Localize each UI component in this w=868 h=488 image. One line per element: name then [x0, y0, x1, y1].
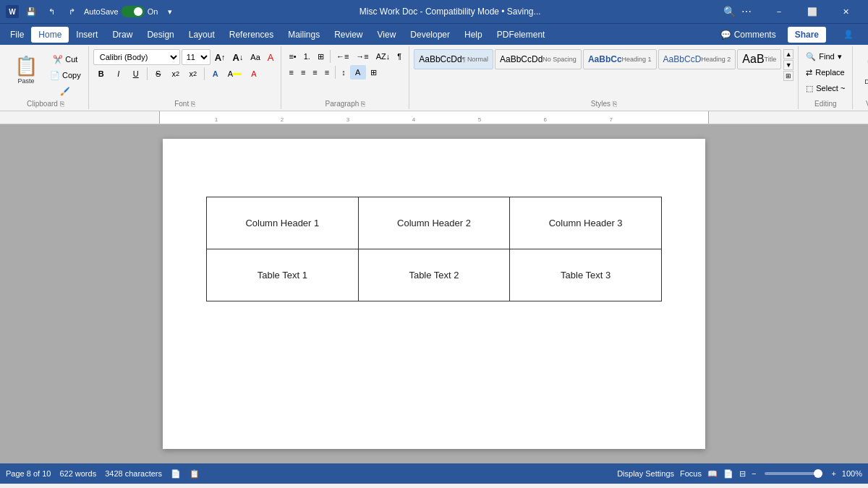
menu-help[interactable]: Help	[457, 27, 490, 43]
align-right-btn[interactable]: ≡	[310, 65, 320, 80]
menu-pdfelement[interactable]: PDFelement	[490, 27, 553, 43]
find-btn[interactable]: 🔍Find▾	[803, 49, 844, 64]
style-heading1[interactable]: AaBbCc Heading 1	[583, 49, 657, 69]
cut-btn[interactable]: ✂️Cut	[47, 52, 84, 67]
zoom-slider[interactable]	[765, 472, 822, 475]
dictate-btn[interactable]: 🎙️ Dictate	[857, 49, 868, 93]
table-header-3[interactable]: Column Header 3	[510, 197, 662, 249]
doc-icon[interactable]: 📄	[171, 469, 181, 479]
font-expand[interactable]: ⎘	[191, 100, 195, 108]
table-cell-1-3[interactable]: Table Text 3	[510, 249, 662, 301]
bold-btn[interactable]: B	[93, 67, 109, 81]
text-effect-btn[interactable]: A	[208, 67, 224, 81]
style-normal[interactable]: AaBbCcDd ¶ Normal	[414, 49, 493, 69]
menu-bar: File Home Insert Draw Design Layout Refe…	[0, 23, 868, 45]
style-title[interactable]: AaB Title	[737, 49, 781, 69]
decrease-font-btn[interactable]: A↓	[230, 50, 247, 64]
bullets-btn[interactable]: ≡•	[286, 49, 299, 64]
zoom-knob[interactable]	[814, 469, 822, 478]
strikethrough-btn[interactable]: S	[150, 67, 166, 81]
view-mode-1[interactable]: 📖	[707, 469, 718, 479]
menu-developer[interactable]: Developer	[403, 27, 457, 43]
paragraph-label: Paragraph ⎘	[286, 98, 404, 109]
menu-view[interactable]: View	[370, 27, 404, 43]
clipboard-body: 📋 Paste ✂️Cut 📄Copy 🖌️	[7, 48, 84, 98]
italic-btn[interactable]: I	[111, 67, 127, 81]
styles-more-btn[interactable]: ⊞	[783, 71, 793, 81]
menu-layout[interactable]: Layout	[182, 27, 222, 43]
minimize-btn[interactable]: −	[762, 0, 796, 23]
increase-font-btn[interactable]: A↑	[212, 50, 229, 64]
select-btn[interactable]: ⬚Select ~	[803, 81, 848, 95]
menu-design[interactable]: Design	[140, 27, 181, 43]
clipboard-expand[interactable]: ⎘	[60, 100, 64, 108]
superscript-btn[interactable]: x2	[185, 67, 201, 81]
font-color-btn[interactable]: A	[246, 67, 262, 81]
ruler: 1 2 3 4 5 6 7	[0, 111, 868, 124]
zoom-in[interactable]: +	[831, 469, 835, 478]
undo-btn[interactable]: ↰	[43, 4, 59, 20]
numbering-btn[interactable]: 1.	[301, 49, 313, 64]
review-icon[interactable]: 📋	[190, 469, 200, 479]
restore-btn[interactable]: ⬜	[796, 0, 829, 23]
paste-btn[interactable]: 📋 Paste	[7, 49, 45, 91]
menu-references[interactable]: References	[222, 27, 281, 43]
profile-btn[interactable]: 👤	[832, 23, 865, 46]
format-painter-btn[interactable]: 🖌️	[47, 84, 84, 98]
menu-mailings[interactable]: Mailings	[281, 27, 327, 43]
highlight-btn[interactable]: A	[225, 67, 244, 81]
save-quick-btn[interactable]: 💾	[23, 4, 39, 20]
table-header-1[interactable]: Column Header 1	[207, 197, 359, 249]
increase-indent-btn[interactable]: →≡	[353, 49, 371, 64]
table-cell-1-1[interactable]: Table Text 1	[207, 249, 359, 301]
zoom-out[interactable]: −	[752, 469, 756, 478]
justify-btn[interactable]: ≡	[322, 65, 332, 80]
show-hide-btn[interactable]: ¶	[394, 49, 404, 64]
line-spacing-btn[interactable]: ↕	[339, 65, 349, 80]
underline-btn[interactable]: U	[128, 67, 144, 81]
replace-btn[interactable]: ⇄Replace	[803, 65, 847, 80]
customize-quick-access[interactable]: ▾	[162, 4, 178, 20]
align-left-btn[interactable]: ≡	[286, 65, 296, 80]
table-header-2[interactable]: Column Header 2	[358, 197, 510, 249]
menu-draw[interactable]: Draw	[105, 27, 140, 43]
font-row1: Calibri (Body) 11 A↑ A↓ Aa A	[93, 49, 277, 65]
zoom-level[interactable]: 100%	[842, 469, 862, 478]
styles-expand[interactable]: ⎘	[613, 100, 617, 108]
comments-btn[interactable]: 💬 Comments	[715, 27, 782, 43]
close-btn[interactable]: ✕	[829, 0, 862, 23]
paragraph-expand[interactable]: ⎘	[361, 100, 365, 108]
focus-btn[interactable]: Focus	[680, 469, 702, 478]
ribbon-icon-extra[interactable]: ⋯	[739, 4, 754, 19]
shading-btn[interactable]: A	[350, 65, 366, 80]
table-cell-1-2[interactable]: Table Text 2	[358, 249, 510, 301]
menu-insert[interactable]: Insert	[69, 27, 105, 43]
search-icon[interactable]: 🔍	[722, 4, 736, 19]
font-family-select[interactable]: Calibri (Body)	[93, 49, 180, 65]
display-settings[interactable]: Display Settings	[617, 469, 674, 478]
decrease-indent-btn[interactable]: ←≡	[333, 49, 352, 64]
view-mode-2[interactable]: 📄	[723, 469, 733, 479]
clear-format-btn[interactable]: A	[265, 50, 277, 64]
styles-down-btn[interactable]: ▼	[783, 60, 793, 70]
styles-up-btn[interactable]: ▲	[783, 49, 793, 59]
subscript-btn[interactable]: x2	[168, 67, 184, 81]
center-btn[interactable]: ≡	[298, 65, 308, 80]
document-page[interactable]: Column Header 1 Column Header 2 Column H…	[163, 139, 705, 449]
autosave-toggle[interactable]	[122, 6, 145, 17]
menu-home[interactable]: Home	[31, 27, 69, 43]
copy-btn[interactable]: 📄Copy	[47, 68, 84, 82]
multilevel-btn[interactable]: ⊞	[315, 49, 327, 64]
change-case-btn[interactable]: Aa	[247, 50, 263, 64]
page-count: Page 8 of 10	[6, 469, 51, 478]
view-mode-3[interactable]: ⊟	[739, 469, 746, 479]
share-btn[interactable]: Share	[788, 27, 826, 43]
style-heading2[interactable]: AaBbCcD Heading 2	[658, 49, 736, 69]
redo-btn[interactable]: ↱	[64, 4, 80, 20]
sort-btn[interactable]: AZ↓	[373, 49, 393, 64]
menu-file[interactable]: File	[3, 27, 31, 43]
font-size-select[interactable]: 11	[182, 49, 210, 65]
menu-review[interactable]: Review	[327, 27, 370, 43]
borders-btn[interactable]: ⊞	[367, 65, 380, 80]
style-no-spacing[interactable]: AaBbCcDd No Spacing	[495, 49, 582, 69]
